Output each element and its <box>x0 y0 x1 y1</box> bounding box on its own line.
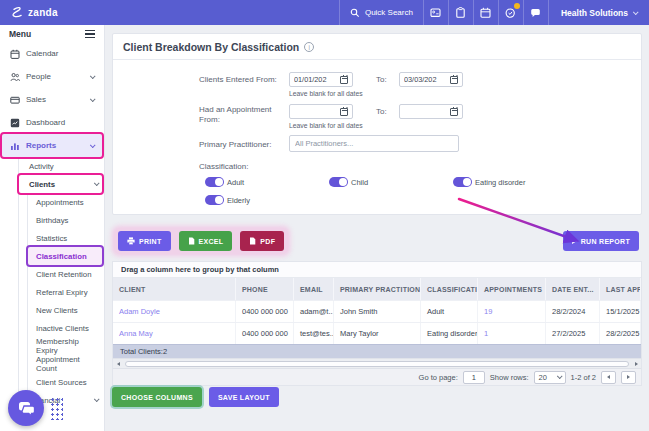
primary-practitioner-input[interactable] <box>295 139 453 148</box>
calendar-picker-icon[interactable] <box>450 108 458 116</box>
run-report-button[interactable]: RUN REPORT <box>563 231 639 251</box>
toggle-child: Child <box>329 177 368 187</box>
contacts-button[interactable] <box>423 0 448 25</box>
excel-button[interactable]: EXCEL <box>179 231 233 251</box>
pdf-button[interactable]: PDF <box>240 231 284 251</box>
sidebar-item-statistics[interactable]: Statistics <box>28 229 102 247</box>
page-number-input[interactable] <box>463 371 485 384</box>
account-menu[interactable]: Health Solutions <box>548 0 649 25</box>
chevron-down-icon <box>90 142 96 148</box>
sidebar-item-birthdays[interactable]: Birthdays <box>28 211 102 229</box>
toggle-eating-disorder: Eating disorder <box>453 177 525 187</box>
chat-widget-icon <box>17 400 36 417</box>
table-row[interactable]: Anna May 0400 000 000 test@tes... Mary T… <box>113 322 641 344</box>
sidebar-item-people[interactable]: People <box>2 65 102 88</box>
sidebar-item-classification[interactable]: Classification <box>28 247 102 265</box>
scrollbar-thumb[interactable] <box>125 361 629 367</box>
calendar-icon <box>480 7 491 18</box>
cell-client-link[interactable]: Anna May <box>113 323 236 344</box>
sidebar-item-sales[interactable]: Sales <box>2 88 102 111</box>
calendar-button[interactable] <box>473 0 498 25</box>
account-name: Health Solutions <box>561 8 628 18</box>
show-rows-label: Show rows: <box>490 373 529 382</box>
sidebar-item-client-retention[interactable]: Client Retention <box>28 265 102 283</box>
sidebar-item-membership-expiry[interactable]: Membership Expiry <box>28 337 102 355</box>
calendar-picker-icon[interactable] <box>340 76 348 84</box>
clients-entered-from-field[interactable] <box>289 72 353 87</box>
cell-appointments-link[interactable]: 19 <box>478 301 546 322</box>
tasks-button[interactable] <box>498 0 523 25</box>
sidebar-item-appointment-count[interactable]: Appointment Count <box>28 355 102 373</box>
rows-per-page-select[interactable]: 20 <box>534 371 566 384</box>
hamburger-menu-icon[interactable] <box>85 30 95 38</box>
brand-logo[interactable]: zanda <box>0 0 58 25</box>
toggle-switch[interactable] <box>205 177 224 187</box>
scroll-right-button[interactable] <box>631 359 641 369</box>
sidebar-item-label: Statistics <box>36 234 67 243</box>
primary-practitioner-field[interactable] <box>289 135 459 152</box>
toggle-label: Eating disorder <box>475 178 525 187</box>
group-by-bar[interactable]: Drag a column here to group by that colu… <box>113 262 641 278</box>
column-header-last-appointment[interactable]: LAST APPO <box>600 278 641 300</box>
column-header-client[interactable]: CLIENT <box>113 278 236 300</box>
had-appointment-from-input[interactable] <box>294 107 336 116</box>
triangle-left-icon <box>117 362 120 366</box>
toggle-switch[interactable] <box>329 177 348 187</box>
print-button[interactable]: PRINT <box>118 231 171 251</box>
sidebar-item-clients[interactable]: Clients <box>19 175 102 193</box>
drag-handle-dots[interactable] <box>50 397 63 420</box>
sidebar-item-appointments[interactable]: Appointments <box>28 193 102 211</box>
cell-appointments-link[interactable]: 1 <box>478 323 546 344</box>
messages-button[interactable] <box>523 0 548 25</box>
had-appointment-from-field[interactable] <box>289 104 353 119</box>
next-page-button[interactable] <box>621 371 636 384</box>
save-layout-button[interactable]: SAVE LAYOUT <box>209 387 279 407</box>
clients-submenu: Appointments Birthdays Statistics Classi… <box>27 193 104 391</box>
had-appointment-to-field[interactable] <box>399 104 463 119</box>
file-icon <box>188 237 195 245</box>
cell-last-appointment: 15/1/2025 <box>600 301 641 322</box>
scroll-left-button[interactable] <box>113 359 123 369</box>
sidebar-item-label: Activity <box>29 162 54 171</box>
choose-columns-button[interactable]: CHOOSE COLUMNS <box>112 387 202 407</box>
calendar-picker-icon[interactable] <box>340 108 348 116</box>
sidebar-item-dashboard[interactable]: Dashboard <box>2 111 102 134</box>
sidebar-item-reports[interactable]: Reports <box>2 134 102 157</box>
sidebar-item-label: People <box>26 72 51 81</box>
sidebar-item-calendar[interactable]: Calendar <box>2 42 102 65</box>
column-header-practitioner[interactable]: PRIMARY PRACTITIONER <box>334 278 421 300</box>
cell-client-link[interactable]: Adam Doyle <box>113 301 236 322</box>
clients-entered-to-input[interactable] <box>404 75 446 84</box>
had-appointment-to-input[interactable] <box>404 107 446 116</box>
column-header-phone[interactable]: PHONE <box>236 278 294 300</box>
classification-label: Classification: <box>199 162 248 171</box>
clients-entered-label: Clients Entered From: <box>199 75 277 84</box>
quick-search-button[interactable]: Quick Search <box>339 0 423 25</box>
toggle-switch[interactable] <box>205 195 224 205</box>
sidebar-item-activity[interactable]: Activity <box>19 157 102 175</box>
pagination-bar: Go to page: Show rows: 20 1-2 of 2 <box>113 368 641 385</box>
to-label: To: <box>376 75 387 84</box>
column-header-date-entered[interactable]: DATE ENT... <box>546 278 600 300</box>
card-title-row: Client Breakdown By Classification <box>113 34 641 60</box>
previous-page-button[interactable] <box>601 371 616 384</box>
sidebar-item-label: Client Retention <box>36 270 91 279</box>
column-header-appointments[interactable]: APPOINTMENTS <box>478 278 546 300</box>
clients-entered-from-input[interactable] <box>294 75 336 84</box>
topbar-right: Quick Search <box>339 0 649 25</box>
sidebar-item-referral-expiry[interactable]: Referral Expiry <box>28 283 102 301</box>
column-header-email[interactable]: EMAIL <box>294 278 334 300</box>
toggle-switch[interactable] <box>453 177 472 187</box>
calendar-picker-icon[interactable] <box>450 76 458 84</box>
sidebar-item-new-clients[interactable]: New Clients <box>28 301 102 319</box>
triangle-right-icon <box>627 375 630 379</box>
table-row[interactable]: Adam Doyle 0400 000 000 adam@t... John S… <box>113 300 641 322</box>
sidebar-item-inactive-clients[interactable]: Inactive Clients <box>28 319 102 337</box>
table-header-row: CLIENT PHONE EMAIL PRIMARY PRACTITIONER … <box>113 278 641 300</box>
clients-entered-to-field[interactable] <box>399 72 463 87</box>
column-header-classification[interactable]: CLASSIFICATI... <box>421 278 478 300</box>
invoices-button[interactable] <box>448 0 473 25</box>
info-icon[interactable] <box>304 42 314 52</box>
sidebar-item-client-sources[interactable]: Client Sources <box>28 373 102 391</box>
chat-widget-button[interactable] <box>8 390 44 426</box>
